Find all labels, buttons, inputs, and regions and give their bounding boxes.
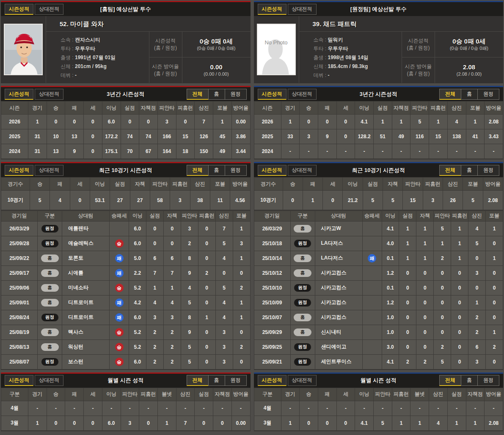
info-debut: 데뷔-	[61, 71, 146, 80]
table-row: 25/10/10원정시카고컵스0.1000000	[254, 280, 503, 295]
away-pitcher-header: 시즌성적 상대전적 [원정팀] 예상선발 투수	[254, 2, 504, 16]
filter-away[interactable]: 원정	[477, 165, 499, 176]
cell: 2	[468, 325, 486, 339]
cell: 세인트루이스	[315, 354, 362, 369]
filter-group: 전체 홈 원정	[440, 165, 499, 176]
column-header: 세	[323, 178, 343, 191]
column-header: 피홈런	[176, 101, 195, 115]
cell: 0	[300, 115, 318, 129]
tab-head-to-head[interactable]: 상대전적	[35, 89, 63, 100]
filter-all[interactable]: 전체	[187, 375, 209, 386]
filter-home[interactable]: 홈	[461, 375, 478, 386]
filter-home[interactable]: 홈	[461, 89, 478, 100]
cell: 4	[468, 221, 486, 236]
column-header: 구분	[38, 211, 62, 221]
cell: 2	[181, 236, 198, 251]
cell: 74	[139, 129, 158, 144]
cell: 0	[195, 416, 213, 430]
home-badge: 홈	[41, 284, 59, 292]
cell: 1	[486, 251, 503, 265]
cell: 0	[233, 325, 250, 339]
column-header: 삼진	[215, 211, 233, 221]
cell: 13	[65, 129, 84, 144]
cell: 172.2	[102, 129, 121, 144]
column-header: 승	[300, 101, 318, 115]
tab-season-stats[interactable]: 시즌성적	[5, 165, 33, 176]
column-header: 포볼	[486, 211, 503, 221]
filter-away[interactable]: 원정	[225, 165, 247, 176]
tab-season-stats[interactable]: 시즌성적	[5, 375, 33, 386]
info-team: 소속밀워키	[314, 36, 399, 44]
cell	[362, 265, 382, 280]
tab-season-stats[interactable]: 시즌성적	[258, 4, 286, 15]
tab-head-to-head[interactable]: 상대전적	[35, 165, 63, 176]
tab-group: 시즌성적 상대전적	[5, 89, 63, 100]
cell: 5	[468, 236, 486, 251]
column-header: 삼진	[190, 178, 210, 191]
tab-season-stats[interactable]: 시즌성적	[258, 89, 286, 100]
filter-all[interactable]: 전체	[439, 89, 461, 100]
filter-all[interactable]: 전체	[439, 375, 461, 386]
cell: 33	[281, 129, 300, 144]
column-header: 피홈런	[423, 178, 443, 191]
cell: 1	[213, 115, 232, 129]
cell: 3	[215, 339, 233, 354]
filter-home[interactable]: 홈	[208, 375, 225, 386]
cell: 9	[181, 265, 198, 280]
filter-home[interactable]: 홈	[208, 89, 225, 100]
cell: 6.0	[129, 310, 146, 325]
column-header: 경기수	[1, 178, 30, 191]
player-card-body: 52. 마이클 와차 소속캔자스시티 투타우투우타 출생1991년 07월 01…	[1, 16, 251, 83]
home-monthly-card: 시즌성적 상대전적 월별 시즌 성적 전체 홈 원정 구분경기승패세이닝피안타피…	[1, 372, 251, 431]
cell: -	[485, 144, 503, 159]
info-birth: 출생1991년 07월 01일	[61, 53, 146, 62]
column-header: 삼진	[176, 388, 195, 401]
filter-all[interactable]: 전체	[439, 165, 461, 176]
tab-season-stats[interactable]: 시즌성적	[5, 4, 33, 15]
filter-away[interactable]: 원정	[477, 375, 499, 386]
cell: 원정	[290, 295, 315, 310]
cell: 1	[163, 280, 181, 295]
cell: 3	[157, 115, 176, 129]
cell: 25/09/22	[1, 251, 38, 265]
cell: 미네소타	[62, 280, 110, 295]
tab-head-to-head[interactable]: 상대전적	[288, 89, 317, 100]
table-row: 3월10006.03017000.00	[1, 416, 251, 430]
filter-home[interactable]: 홈	[208, 165, 225, 176]
loss-badge: 패	[368, 254, 376, 263]
column-header: 승패세	[362, 211, 382, 221]
tab-season-stats[interactable]: 시즌성적	[258, 165, 286, 176]
filter-away[interactable]: 원정	[477, 89, 499, 100]
tab-head-to-head[interactable]: 상대전적	[35, 375, 63, 386]
filter-all[interactable]: 전체	[187, 165, 209, 176]
cell: 0	[468, 251, 486, 265]
cell: 10경기	[1, 191, 30, 210]
cell: 0	[336, 115, 355, 129]
away-badge: 원정	[294, 358, 311, 366]
no-photo-silhouette	[258, 25, 296, 75]
tab-head-to-head[interactable]: 상대전적	[35, 4, 63, 15]
cell: 25/08/13	[1, 339, 38, 354]
tab-head-to-head[interactable]: 상대전적	[288, 4, 317, 15]
filter-home[interactable]: 홈	[461, 165, 478, 176]
cell: 1	[392, 416, 410, 430]
tab-head-to-head[interactable]: 상대전적	[288, 165, 317, 176]
filter-away[interactable]: 원정	[225, 375, 247, 386]
column-header: 이닝	[343, 178, 363, 191]
cell: 2	[233, 339, 250, 354]
cell: 홈	[290, 265, 315, 280]
tab-head-to-head[interactable]: 상대전적	[288, 375, 317, 386]
tab-season-stats[interactable]: 시즌성적	[258, 375, 286, 386]
table-row: 202610006.00030710.00	[1, 115, 251, 129]
cell: -	[374, 144, 392, 159]
cell: 25/08/24	[1, 310, 38, 325]
season-era-value: 0.00 (0.00 / 0.00)	[182, 57, 251, 83]
filter-away[interactable]: 원정	[225, 89, 247, 100]
info-throws-bats: 투타우투우타	[314, 44, 399, 53]
cell: 패	[110, 310, 129, 325]
filter-all[interactable]: 전체	[187, 89, 209, 100]
cell: 1	[466, 115, 485, 129]
cell: -	[447, 144, 466, 159]
column-header: 포볼	[210, 178, 230, 191]
tab-season-stats[interactable]: 시즌성적	[5, 89, 33, 100]
